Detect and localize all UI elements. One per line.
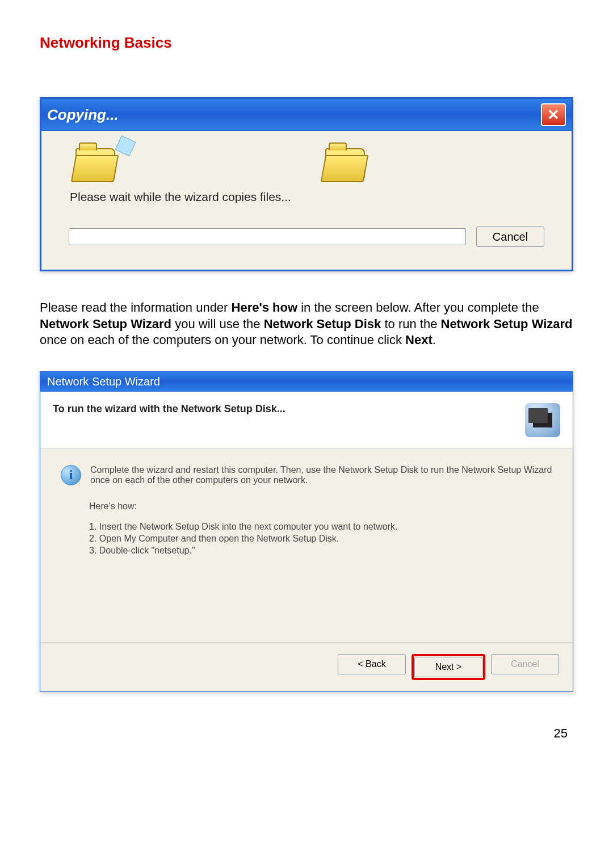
step-item: 1. Insert the Network Setup Disk into th… <box>89 522 552 532</box>
copying-dialog: Copying... ✕ Please wait while the wizar… <box>40 97 573 271</box>
folder-dest-icon <box>325 148 365 179</box>
page-number: 25 <box>40 726 573 741</box>
copying-title-text: Copying... <box>47 106 119 124</box>
next-button-highlight: Next > <box>412 654 485 680</box>
wizard-header: To run the wizard with the Network Setup… <box>40 392 573 449</box>
wizard-body: i Complete the wizard and restart this c… <box>40 449 573 642</box>
wizard-titlebar: Network Setup Wizard <box>40 372 573 392</box>
copying-message: Please wait while the wizard copies file… <box>70 190 555 204</box>
wizard-info-text: Complete the wizard and restart this com… <box>90 465 552 485</box>
info-icon: i <box>61 465 81 485</box>
wizard-header-text: To run the wizard with the Network Setup… <box>53 403 285 415</box>
progress-bar <box>69 228 466 245</box>
copying-body: Please wait while the wizard copies file… <box>41 131 572 270</box>
wizard-footer: < Back Next > Cancel <box>40 642 573 691</box>
back-button[interactable]: < Back <box>338 654 406 674</box>
step-item: 3. Double-click "netsetup." <box>89 546 552 556</box>
copying-titlebar: Copying... ✕ <box>41 99 572 131</box>
step-item: 2. Open My Computer and then open the Ne… <box>89 534 552 544</box>
next-button[interactable]: Next > <box>414 657 482 677</box>
close-icon[interactable]: ✕ <box>541 103 566 126</box>
instruction-paragraph: Please read the information under Here's… <box>40 300 573 349</box>
cancel-button[interactable]: Cancel <box>476 227 544 247</box>
step-list: 1. Insert the Network Setup Disk into th… <box>89 522 552 556</box>
flying-page-icon <box>115 135 136 156</box>
heres-how-label: Here's how: <box>89 501 552 511</box>
section-title: Networking Basics <box>40 34 573 52</box>
wizard-cancel-button: Cancel <box>491 654 559 674</box>
wizard-title-text: Network Setup Wizard <box>47 375 160 388</box>
wizard-dialog: Network Setup Wizard To run the wizard w… <box>40 371 573 692</box>
copy-animation <box>58 148 555 179</box>
computers-icon <box>525 403 560 437</box>
folder-source-icon <box>75 148 115 179</box>
